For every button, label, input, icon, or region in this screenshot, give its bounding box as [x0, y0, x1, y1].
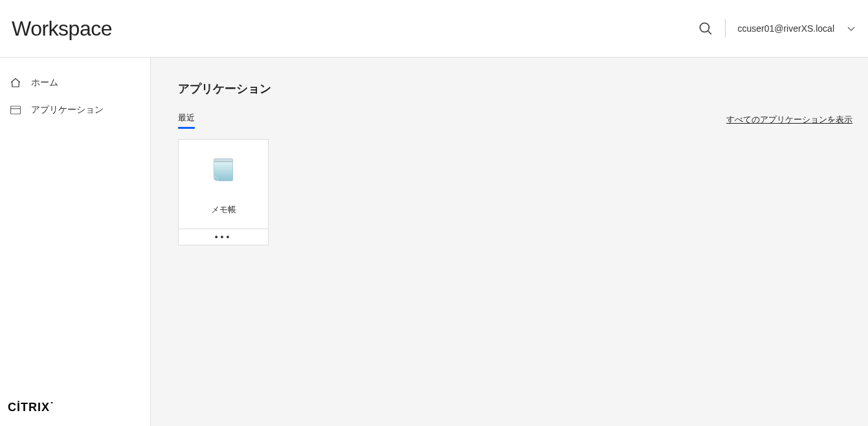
sidebar-item-label: アプリケーション — [31, 104, 104, 116]
home-icon — [9, 77, 22, 89]
divider — [725, 19, 726, 38]
section-row: 最近 すべてのアプリケーションを表示 — [178, 112, 852, 128]
sidebar-item-label: ホーム — [31, 77, 58, 89]
header-right: ccuser01@riverXS.local — [698, 19, 856, 38]
svg-point-0 — [700, 23, 709, 32]
sidebar: ホーム アプリケーション CİTRIX˙ — [0, 58, 151, 426]
brand-title: Workspace — [12, 17, 112, 41]
app-tile: メモ帳 ••• — [178, 139, 269, 245]
tab-recent[interactable]: 最近 — [178, 112, 195, 128]
svg-line-1 — [708, 31, 711, 34]
chevron-down-icon[interactable] — [846, 23, 856, 34]
search-icon[interactable] — [698, 21, 713, 36]
svg-rect-2 — [11, 106, 21, 114]
app-label: メモ帳 — [211, 204, 236, 216]
header: Workspace ccuser01@riverXS.local — [0, 0, 868, 58]
main: アプリケーション 最近 すべてのアプリケーションを表示 — [151, 58, 868, 426]
window-icon — [9, 105, 22, 115]
user-label[interactable]: ccuser01@riverXS.local — [737, 23, 834, 34]
more-icon: ••• — [215, 232, 232, 241]
sidebar-item-home[interactable]: ホーム — [0, 69, 150, 96]
view-all-link[interactable]: すべてのアプリケーションを表示 — [726, 114, 852, 126]
sidebar-item-applications[interactable]: アプリケーション — [0, 96, 150, 124]
app-launch[interactable]: メモ帳 — [179, 140, 268, 229]
citrix-logo: CİTRIX˙ — [8, 401, 54, 414]
section-title: アプリケーション — [178, 81, 852, 96]
notepad-icon — [206, 153, 240, 190]
body: ホーム アプリケーション CİTRIX˙ アプリケーション 最近 すべてのアプリ… — [0, 58, 868, 426]
app-more-button[interactable]: ••• — [179, 229, 268, 245]
